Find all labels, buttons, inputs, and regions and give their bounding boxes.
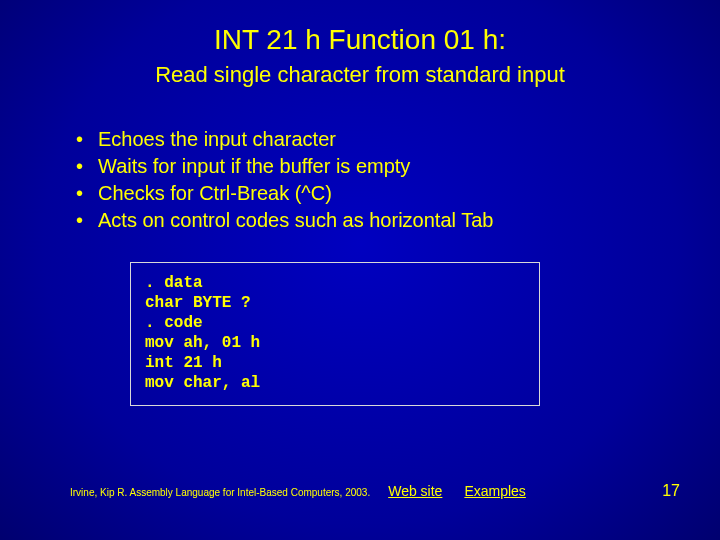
bullet-item: Echoes the input character	[76, 126, 720, 153]
bullet-item: Waits for input if the buffer is empty	[76, 153, 720, 180]
bullet-list: Echoes the input character Waits for inp…	[76, 126, 720, 234]
examples-link[interactable]: Examples	[464, 483, 525, 499]
slide-subtitle: Read single character from standard inpu…	[0, 62, 720, 88]
code-box: . data char BYTE ? . code mov ah, 01 h i…	[130, 262, 540, 406]
page-number: 17	[662, 482, 680, 500]
footer: Irvine, Kip R. Assembly Language for Int…	[70, 482, 680, 500]
citation-text: Irvine, Kip R. Assembly Language for Int…	[70, 487, 370, 498]
bullet-item: Checks for Ctrl-Break (^C)	[76, 180, 720, 207]
bullet-item: Acts on control codes such as horizontal…	[76, 207, 720, 234]
code-block: . data char BYTE ? . code mov ah, 01 h i…	[145, 273, 525, 393]
slide: INT 21 h Function 01 h: Read single char…	[0, 0, 720, 540]
website-link[interactable]: Web site	[388, 483, 442, 499]
slide-title: INT 21 h Function 01 h:	[0, 0, 720, 56]
